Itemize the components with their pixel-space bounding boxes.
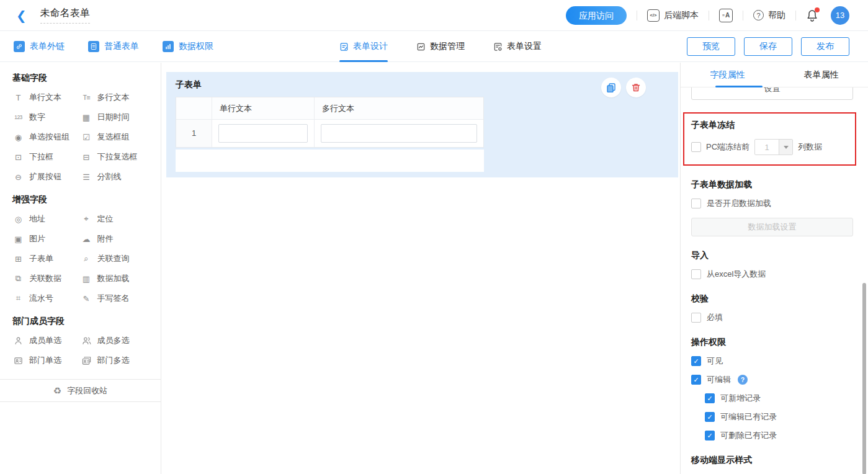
column-header-multi-line: 多行文本 <box>315 97 483 120</box>
freeze-row: PC端冻结前 1 列数据 <box>691 139 851 155</box>
add-record-row[interactable]: 可新增记录 <box>705 393 853 404</box>
multi-line-input[interactable] <box>321 124 477 143</box>
dept-single-icon <box>12 356 24 365</box>
settings-button-clipped[interactable]: 设置 <box>691 87 853 100</box>
form-settings-icon <box>493 42 503 51</box>
form-canvas[interactable]: 子表单 单行文本 多行文本 <box>161 63 680 474</box>
data-load-settings-button[interactable]: 数据加载设置 <box>691 218 853 236</box>
field-item-divider[interactable]: ☰分割线 <box>81 167 149 187</box>
group-title-member: 部门成员字段 <box>12 316 148 327</box>
select-arrow <box>779 140 792 154</box>
help-button[interactable]: ? 帮助 <box>753 10 785 21</box>
field-item-subform[interactable]: ⊞子表单 <box>12 249 81 269</box>
subform-table-header: 单行文本 多行文本 <box>176 97 483 120</box>
tab-form-properties[interactable]: 表单属性 <box>774 63 868 87</box>
mode-normal-form[interactable]: 普通表单 <box>88 41 139 52</box>
notification-bell-icon[interactable] <box>806 9 818 22</box>
notification-dot <box>815 7 820 12</box>
subform-widget-selected[interactable]: 子表单 单行文本 多行文本 <box>166 72 678 177</box>
mode-external-link[interactable]: 表单外链 <box>14 41 65 52</box>
delete-record-row[interactable]: 可删除已有记录 <box>705 430 853 441</box>
dropdown-icon: ⊡ <box>12 153 24 162</box>
freeze-column-select[interactable]: 1 <box>754 139 793 155</box>
datetime-icon: ▦ <box>81 113 92 122</box>
field-item-datetime[interactable]: ▦日期时间 <box>81 107 149 127</box>
enable-data-load-row[interactable]: 是否开启数据加载 <box>691 198 853 209</box>
editable-row[interactable]: 可编辑 ? <box>691 374 853 385</box>
field-item-member-single[interactable]: 成员单选 <box>12 331 81 351</box>
preview-button[interactable]: 预览 <box>687 37 735 56</box>
data-manage-icon <box>416 42 426 51</box>
form-title[interactable]: 未命名表单 <box>40 7 90 24</box>
publish-button[interactable]: 发布 <box>801 37 849 56</box>
editable-help-icon[interactable]: ? <box>738 375 748 385</box>
validation-section: 校验 必填 <box>691 293 853 323</box>
data-load-section: 子表单数据加载 是否开启数据加载 数据加载设置 <box>691 179 853 236</box>
excel-import-row[interactable]: 从excel导入数据 <box>691 269 853 280</box>
edit-record-checkbox[interactable] <box>705 412 715 422</box>
field-item-linked-query[interactable]: ⌕关联查询 <box>81 249 149 269</box>
field-item-number[interactable]: 123数字 <box>12 107 81 127</box>
action-buttons: 预览 保存 发布 <box>687 37 868 56</box>
copy-widget-button[interactable] <box>601 78 621 97</box>
tab-form-design[interactable]: 表单设计 <box>339 31 388 62</box>
excel-import-checkbox[interactable] <box>691 269 701 279</box>
add-record-checkbox[interactable] <box>705 393 715 403</box>
field-recycle-bin[interactable]: ♻ 字段回收站 <box>0 379 161 402</box>
tab-data-manage[interactable]: 数据管理 <box>416 31 465 62</box>
avatar[interactable]: 13 <box>831 6 849 25</box>
field-item-extend-button[interactable]: ⊖扩展按钮 <box>12 167 81 187</box>
tab-form-settings[interactable]: 表单设置 <box>493 31 542 62</box>
panel-scrollbar[interactable] <box>862 283 866 474</box>
edit-record-row[interactable]: 可编辑已有记录 <box>705 411 853 423</box>
field-item-dept-single[interactable]: 部门单选 <box>12 351 81 370</box>
tab-field-properties[interactable]: 字段属性 <box>681 63 774 87</box>
field-item-multi-line-text[interactable]: T≡多行文本 <box>81 87 149 107</box>
field-item-radio-group[interactable]: ◉单选按钮组 <box>12 127 81 147</box>
field-item-dropdown[interactable]: ⊡下拉框 <box>12 147 81 167</box>
subform-add-row-area[interactable] <box>176 150 484 172</box>
back-icon[interactable]: ❮ <box>16 9 27 22</box>
field-item-serial-number[interactable]: ⌗流水号 <box>12 288 81 308</box>
top-header: ❮ 未命名表单 应用访问 </> 后端脚本 ≡A ? 帮助 13 <box>0 0 868 31</box>
delete-record-checkbox[interactable] <box>705 431 715 440</box>
field-item-dept-multi[interactable]: 部门多选 <box>81 351 149 370</box>
visible-checkbox[interactable] <box>691 356 701 366</box>
app-access-button[interactable]: 应用访问 <box>566 6 627 25</box>
data-load-icon: ▥ <box>81 274 92 284</box>
field-item-single-line-text[interactable]: T单行文本 <box>12 87 81 107</box>
field-item-member-multi[interactable]: 成员多选 <box>81 331 149 351</box>
address-icon: ◎ <box>12 215 24 224</box>
enable-data-load-checkbox[interactable] <box>691 199 701 208</box>
editable-checkbox[interactable] <box>691 375 701 385</box>
linked-query-icon: ⌕ <box>81 254 92 264</box>
field-item-location[interactable]: ⌖定位 <box>81 209 149 229</box>
radio-group-icon: ◉ <box>12 133 24 142</box>
translate-icon[interactable]: ≡A <box>719 9 733 22</box>
save-button[interactable]: 保存 <box>744 37 792 56</box>
field-item-dropdown-multi[interactable]: ⊟下拉复选框 <box>81 147 149 167</box>
field-item-address[interactable]: ◎地址 <box>12 209 81 229</box>
field-item-data-load[interactable]: ▥数据加载 <box>81 269 149 288</box>
required-row[interactable]: 必填 <box>691 312 853 323</box>
visible-row[interactable]: 可见 <box>691 356 853 367</box>
delete-widget-button[interactable] <box>626 78 646 97</box>
backend-script-button[interactable]: </> 后端脚本 <box>647 9 699 22</box>
permissions-section: 操作权限 可见 可编辑 ? 可新增记录 可编辑已有记录 <box>691 337 853 441</box>
member-multi-icon <box>81 336 92 346</box>
mode-data-permission[interactable]: 数据权限 <box>163 41 213 52</box>
single-line-input[interactable] <box>218 124 308 143</box>
form-design-icon <box>339 42 349 51</box>
required-checkbox[interactable] <box>691 313 701 323</box>
freeze-checkbox[interactable] <box>691 142 701 152</box>
subform-table-row: 1 <box>176 120 483 147</box>
dept-multi-icon <box>81 356 92 365</box>
row-index-cell: 1 <box>176 120 212 147</box>
trash-icon <box>631 83 641 92</box>
field-item-checkbox-group[interactable]: ☑复选框组 <box>81 127 149 147</box>
copy-icon <box>606 83 616 92</box>
field-item-linked-data[interactable]: ⧉关联数据 <box>12 269 81 288</box>
field-item-attachment[interactable]: ☁附件 <box>81 229 149 249</box>
field-item-signature[interactable]: ✎手写签名 <box>81 288 149 308</box>
field-item-image[interactable]: ▣图片 <box>12 229 81 249</box>
